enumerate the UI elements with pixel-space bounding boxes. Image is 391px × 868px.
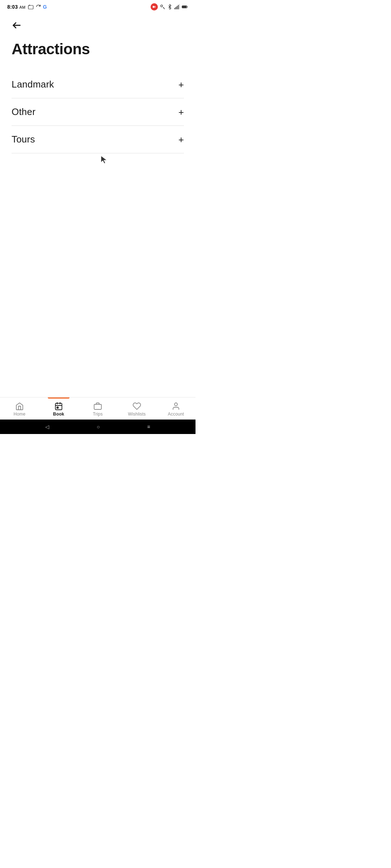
back-button[interactable] bbox=[12, 20, 22, 30]
status-ampm: AM bbox=[19, 5, 25, 9]
svg-marker-2 bbox=[155, 6, 156, 8]
trips-icon bbox=[93, 402, 102, 410]
android-menu-btn[interactable]: ≡ bbox=[147, 424, 150, 430]
svg-rect-14 bbox=[55, 403, 62, 410]
battery-icon bbox=[182, 4, 188, 9]
svg-rect-6 bbox=[175, 8, 175, 9]
account-user-icon bbox=[172, 402, 180, 410]
category-label-landmark: Landmark bbox=[12, 79, 54, 90]
svg-rect-18 bbox=[57, 407, 58, 408]
svg-rect-8 bbox=[177, 6, 177, 9]
svg-point-3 bbox=[161, 5, 163, 7]
category-label-tours: Tours bbox=[12, 134, 35, 145]
add-icon-landmark: + bbox=[178, 80, 184, 89]
nav-item-trips[interactable]: Trips bbox=[83, 400, 112, 418]
google-icon: G bbox=[43, 4, 47, 10]
nav-label-home: Home bbox=[14, 412, 26, 417]
bluetooth-icon bbox=[167, 4, 172, 10]
nav-item-book[interactable]: Book bbox=[44, 400, 73, 418]
svg-rect-10 bbox=[179, 4, 180, 9]
add-icon-tours: + bbox=[178, 135, 184, 144]
svg-rect-1 bbox=[153, 6, 154, 8]
svg-rect-0 bbox=[28, 5, 33, 9]
mouse-cursor-icon bbox=[100, 155, 108, 165]
svg-rect-12 bbox=[182, 6, 186, 8]
status-right bbox=[151, 3, 188, 10]
nav-label-book: Book bbox=[53, 412, 64, 417]
android-back-btn[interactable]: ◁ bbox=[45, 424, 49, 430]
bottom-nav: Home Book Trips Wish bbox=[0, 397, 196, 420]
android-nav-bar: ◁ ○ ≡ bbox=[0, 420, 196, 434]
status-bar: 8:03 AM G bbox=[0, 0, 196, 13]
category-item-other[interactable]: Other + bbox=[12, 98, 184, 126]
page-title: Attractions bbox=[12, 41, 184, 58]
nav-label-account: Account bbox=[168, 412, 184, 417]
svg-rect-7 bbox=[176, 7, 176, 9]
category-item-tours[interactable]: Tours + bbox=[12, 126, 184, 153]
svg-rect-19 bbox=[94, 404, 101, 409]
refresh-icon bbox=[35, 4, 41, 10]
category-label-other: Other bbox=[12, 106, 35, 118]
nav-item-wishlists[interactable]: Wishlists bbox=[122, 400, 151, 418]
status-icons-left: G bbox=[28, 4, 47, 10]
key-icon bbox=[160, 4, 165, 10]
home-icon bbox=[15, 402, 24, 410]
camera-icon bbox=[28, 4, 34, 10]
cursor-area bbox=[12, 153, 184, 175]
status-time: 8:03 AM bbox=[7, 4, 26, 10]
category-item-landmark[interactable]: Landmark + bbox=[12, 71, 184, 98]
record-badge bbox=[151, 3, 158, 10]
category-list: Landmark + Other + Tours + bbox=[12, 71, 184, 153]
signal-icon bbox=[174, 4, 180, 10]
nav-item-home[interactable]: Home bbox=[5, 400, 34, 418]
nav-item-account[interactable]: Account bbox=[161, 400, 190, 418]
back-arrow-icon bbox=[12, 20, 22, 30]
book-calendar-icon bbox=[54, 402, 63, 410]
nav-label-trips: Trips bbox=[93, 412, 102, 417]
wishlists-heart-icon bbox=[133, 402, 141, 410]
nav-label-wishlists: Wishlists bbox=[128, 412, 146, 417]
svg-point-20 bbox=[175, 403, 177, 406]
svg-rect-9 bbox=[178, 5, 179, 9]
main-content: Attractions Landmark + Other + Tours + bbox=[0, 13, 196, 397]
add-icon-other: + bbox=[178, 107, 184, 117]
nav-items: Home Book Trips Wish bbox=[0, 400, 196, 418]
android-home-btn[interactable]: ○ bbox=[97, 424, 100, 430]
